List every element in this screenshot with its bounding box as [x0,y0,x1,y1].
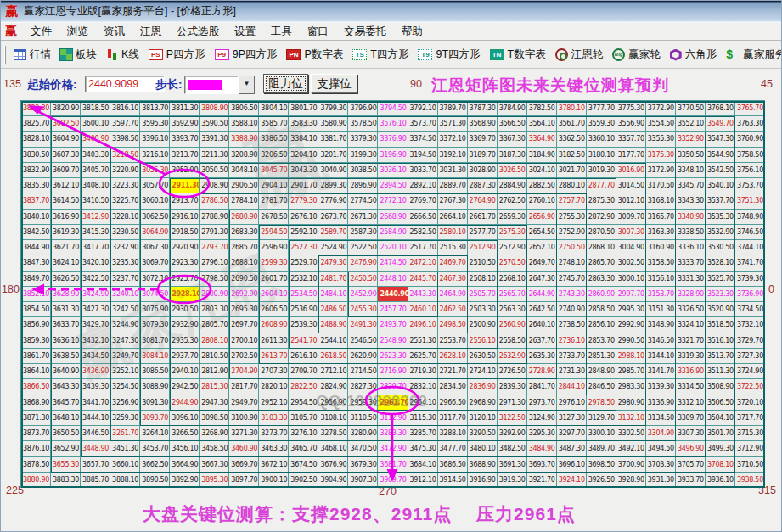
grid-cell: 2522.50 [348,240,378,255]
grid-cell: 2820.10 [259,379,289,395]
grid-cell: 3504.10 [706,411,735,426]
grid-cell: 3086.50 [140,364,170,379]
grid-cell: 2616.10 [289,349,318,364]
menu-help[interactable]: 帮助 [394,23,430,41]
grid-cell: 3136.90 [646,395,676,411]
start-price-input[interactable] [85,76,165,92]
grid-cell: 3864.10 [21,364,51,379]
grid-cell: 3326.50 [676,302,706,317]
key-levels-summary: 大盘关键位测算：支撑2928、2911点 压力2961点 [143,502,576,526]
grid-cell: 3105.70 [289,411,318,426]
p9-square-icon: P9 [215,49,229,60]
grid-cell: 3396.10 [140,132,170,147]
grid-cell: 2870.50 [587,225,616,240]
menu-trade[interactable]: 交易委托 [336,23,394,41]
grid-cell: 2779.30 [289,193,318,209]
support-button[interactable]: 支撑位 [311,74,357,93]
grid-cell: 2568.10 [498,272,527,287]
grid-cell: 3892.90 [170,473,200,488]
grid-cell: 3376.90 [378,132,408,147]
grid-cell: 3883.30 [51,473,81,488]
toolbar-quotes[interactable]: 行情 [14,48,51,62]
grid-cell: 2899.30 [318,178,348,193]
grid-cell: 2707.30 [259,364,289,379]
grid-cell: 3652.90 [51,441,81,456]
grid-cell: 2772.10 [378,193,408,209]
toolbar-9p-square[interactable]: P99P四方形 [215,48,278,62]
grid-cell: 3446.50 [81,426,110,441]
grid-cell: 3528.10 [706,255,735,271]
grid-cell: 3048.10 [229,163,259,178]
toolbar-t-number-table[interactable]: TNT数字表 [490,48,546,62]
toolbar-winner-wheel[interactable]: Big赢家轮 [612,48,661,62]
toolbar-p-number-table[interactable]: PNP数字表 [286,48,343,62]
grid-cell: 3009.70 [616,210,646,225]
grid-cell: 3530.50 [706,240,735,255]
grid-cell: 3640.90 [51,364,81,379]
grid-cell: 2733.70 [557,349,587,364]
step-dropdown-arrow-icon[interactable]: ▼ [239,76,255,94]
grid-cell: 2781.70 [259,193,289,209]
toolbar-t-square[interactable]: TST四方形 [352,48,408,62]
grid-cell: 2750.50 [557,240,587,255]
page-title: 江恩矩阵图未来关键位测算预判 [431,75,669,97]
grid-cell: 2692.90 [229,287,259,302]
grid-cell: 3895.30 [200,473,229,488]
grid-cell: 3746.50 [735,225,765,240]
grid-cell: 2702.50 [229,349,259,364]
grid-cell: 2834.50 [438,379,468,395]
menu-gann[interactable]: 江恩 [132,23,169,41]
step-color-dropdown[interactable] [184,76,239,94]
grid-cell: 3655.30 [51,457,81,473]
grid-cell: 2935.30 [170,333,200,349]
grid-cell: 3811.30 [170,101,200,116]
grid-cell: 3112.90 [378,411,408,426]
resistance-button[interactable]: 阻力位 [263,74,308,93]
grid-cell: 3782.50 [527,101,557,116]
grid-cell: 3664.90 [170,457,200,473]
grid-cell: 3170.50 [646,178,676,193]
grid-cell: 2805.70 [200,317,229,333]
grid-cell: 2517.70 [408,240,438,255]
menu-formula-stockpick[interactable]: 公式选股 [169,23,227,41]
grid-cell: 3698.50 [587,457,616,473]
grid-cell: 3751.30 [735,193,765,209]
toolbar-sectors[interactable]: 板块 [60,48,97,62]
grid-cell: 3350.50 [676,148,706,163]
toolbar-service[interactable]: $赢家服务 [726,48,782,62]
grid-cell: 3307.30 [676,426,706,441]
grid-cell: 3516.10 [706,333,735,349]
grid-cell: 3052.90 [170,163,200,178]
toolbar-9t-square[interactable]: T99T四方形 [418,48,480,62]
grid-cell: 3650.50 [51,426,81,441]
menu-file[interactable]: 文件 [23,23,59,41]
grid-cell: 3849.70 [21,272,51,287]
grid-cell: 2601.70 [259,272,289,287]
menu-news[interactable]: 资讯 [96,23,132,41]
grid-cell: 2623.30 [378,349,408,364]
grid-cell: 2882.50 [527,178,557,193]
grid-cell: 3888.10 [110,473,140,488]
grid-cell: 3336.10 [676,240,706,255]
grid-cell: 3559.30 [587,116,616,132]
toolbar-kline[interactable]: K线 [106,48,139,62]
menu-settings[interactable]: 设置 [227,23,263,41]
grid-cell: 3427.30 [81,302,110,317]
angle-label-45: 45 [761,78,773,90]
grid-cell: 3458.50 [200,441,229,456]
grid-cell: 3916.90 [468,473,498,488]
toolbar-p-square[interactable]: PSP四方形 [149,48,205,62]
grid-cell: 3763.30 [735,116,765,132]
toolbar-hexagon[interactable]: 六角形 [670,48,717,62]
grid-cell: 2486.50 [318,302,348,317]
grid-cell: 3573.70 [408,116,438,132]
grid-cell: 3264.10 [140,426,170,441]
grid-cell: 3645.70 [51,395,81,411]
menu-browse[interactable]: 浏览 [59,23,96,41]
menu-window[interactable]: 窗口 [300,23,336,41]
grid-cell: 3621.70 [51,240,81,255]
menu-tools[interactable]: 工具 [263,23,300,41]
grid-cell: 3662.50 [140,457,170,473]
toolbar-gann-wheel[interactable]: 江恩轮 [555,48,604,62]
grid-cell: 3818.50 [81,101,110,116]
